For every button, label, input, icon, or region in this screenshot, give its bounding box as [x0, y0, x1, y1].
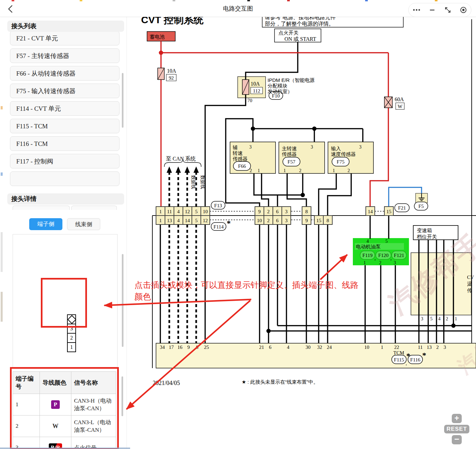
diagram-label: 蓄电池 [150, 34, 165, 39]
page-bottom-edge [0, 448, 130, 449]
table-scrollbar[interactable] [121, 376, 123, 416]
oval-label: F57 [287, 159, 295, 164]
diagram-label: 4 [366, 239, 369, 244]
zoom-out-button[interactable]: − [452, 435, 462, 444]
cell-label: 5 [195, 218, 198, 223]
diagram-label: 3 [394, 260, 396, 265]
wire [287, 173, 306, 207]
list-item-partial[interactable] [10, 171, 119, 186]
list-item-F117[interactable]: F117 - 控制阀 [10, 154, 119, 168]
diagram-label: 8 [196, 345, 198, 350]
connector-detail-title: 接头详情 [7, 193, 124, 205]
cell-label: 3 [285, 218, 288, 223]
list-item-F75[interactable]: F75 - 输入转速传感器 [10, 84, 119, 98]
tab-terminal-side[interactable]: 端子侧 [29, 218, 62, 230]
diagram-label: 10A [167, 68, 176, 74]
diagram-label: 112 [253, 88, 260, 94]
diagram-label: TCM [393, 350, 404, 355]
diagram-label: 3 [359, 145, 361, 150]
diagram-label: 24 [327, 345, 332, 350]
cell-label: 14 [368, 209, 373, 214]
zoom-controls: + RESET − [444, 414, 469, 447]
diagram-label: 5 [430, 316, 433, 321]
diagram-label: 3 [443, 345, 446, 350]
diagram-label: ★ : 此接头未显示在“线束布置”中。 [242, 379, 318, 385]
diagram-label: 6 [269, 345, 272, 350]
cell-label: 2 [267, 218, 270, 223]
diagram-label: 2021/04/05 [153, 380, 180, 386]
wire [246, 42, 298, 80]
diagram-label: 温 [467, 281, 472, 287]
minimize-icon[interactable] [427, 5, 437, 15]
cell-label: 9 [305, 218, 308, 223]
list-item-F116[interactable]: F116 - TCM [10, 136, 119, 151]
fullscreen-icon[interactable] [443, 5, 453, 15]
diagram-label: 电动机油泵 [356, 244, 381, 249]
oval-label: F13 [214, 203, 222, 208]
cell-label: 4 [177, 209, 180, 214]
connector-list-title: 接头列表 [7, 21, 124, 32]
diagram-label: 1 [283, 168, 286, 173]
oval-label: F75 [337, 159, 344, 164]
can-arrowhead-icon [167, 166, 172, 173]
diagram-label: * [227, 219, 231, 227]
list-scrollbar[interactable] [122, 73, 123, 128]
diagram-label: 4 [287, 345, 289, 350]
red-highlight-box [41, 278, 87, 328]
diagram-label: 辅 [233, 145, 238, 150]
diagram-label: 1 [381, 345, 383, 350]
diagram-label: 主转速 [282, 146, 297, 151]
cell-label: 6 [276, 209, 279, 214]
diagram-label: 60A [395, 96, 404, 102]
connector-detail-panel: 端子侧 线束侧 3 2 1 端子编号 导线颜色 信号名称 1PCAN3-H（电动… [7, 206, 124, 449]
zoom-reset-button[interactable]: RESET [444, 425, 469, 433]
clipped-element [71, 206, 117, 210]
oval-label: F119 [362, 253, 372, 258]
oval-label: F114 [213, 224, 224, 229]
diagram-label: , [390, 255, 392, 261]
diagram-label: 传感器 [282, 151, 297, 157]
diagram-label: 数据线 [200, 175, 205, 189]
diagram-label: 1 [258, 168, 260, 173]
diagram-label: 10 [364, 345, 369, 350]
more-icon[interactable] [412, 5, 422, 15]
diagram-label: ON 或 START [284, 36, 316, 42]
cell-label: 13 [167, 218, 172, 223]
can-arrowhead-icon [185, 166, 190, 173]
list-item-F57[interactable]: F57 - 主转速传感器 [10, 48, 119, 63]
detail-scrollbar[interactable] [122, 254, 123, 347]
oval-label: F115 [394, 357, 404, 362]
diagram-label: 5 [385, 239, 388, 244]
list-item-F115[interactable]: F115 - TCM [10, 119, 119, 133]
diagram-label: 3 [421, 316, 423, 321]
diagram-label: 9 [187, 345, 190, 350]
list-item-F114[interactable]: F114 - CVT 单元 [10, 101, 119, 116]
diagram-label: 传感器 [233, 156, 248, 161]
list-item-F21[interactable]: F21 - CVT 单元 [10, 31, 119, 45]
close-record-icon[interactable] [458, 5, 468, 15]
cell-label: 10 [257, 218, 262, 223]
oval-label: F5 [419, 204, 424, 209]
cell-label: 12 [185, 209, 190, 214]
wire [262, 173, 269, 207]
can-arrowhead-icon [176, 166, 181, 173]
cell-label: 8 [305, 209, 308, 214]
page-title: 电路交互图 [0, 0, 476, 17]
annotation-text: 点击插头或模块，可以直接显示针脚定义、插头端子图、线路颜色 [134, 279, 363, 302]
can-arrowhead-icon [194, 166, 199, 173]
diagram-label: 1 [363, 260, 366, 265]
diagram-label: 92 [169, 75, 174, 81]
diagram-label: 17 [169, 345, 174, 350]
cell-label: 2 [267, 209, 270, 214]
pin-cell: 2 [67, 334, 76, 343]
titlebar: 电路交互图 [0, 0, 476, 17]
tab-harness-side[interactable]: 线束侧 [67, 218, 100, 230]
pin-cell: 1 [67, 343, 76, 352]
cell-label: 11 [167, 209, 172, 214]
sidebar-divider [126, 17, 127, 449]
diagram-label: 点火开关 [278, 30, 298, 35]
junction-dot [312, 127, 317, 131]
diagram-label: 发动机室） [268, 89, 292, 94]
zoom-in-button[interactable]: + [452, 414, 462, 423]
list-item-F66[interactable]: F66 - 从动转速传感器 [10, 66, 119, 81]
